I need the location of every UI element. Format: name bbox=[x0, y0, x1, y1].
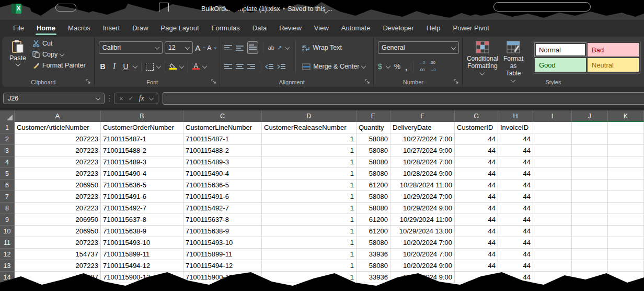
cell-K10[interactable] bbox=[608, 226, 644, 237]
cell-C5[interactable]: 7100115490-4 bbox=[183, 168, 262, 180]
cell-F8[interactable]: 10/29/2024 9:00 bbox=[390, 203, 455, 214]
cell-E10[interactable]: 61200 bbox=[356, 226, 390, 237]
cell-F14[interactable]: 10/20/2024 9:00 bbox=[390, 272, 455, 283]
cell-K7[interactable] bbox=[608, 191, 644, 203]
cell-B8[interactable]: 7100115492-7 bbox=[101, 203, 183, 214]
bold-button[interactable]: B bbox=[99, 62, 107, 71]
cell-J11[interactable] bbox=[572, 237, 608, 249]
cell-E5[interactable]: 58080 bbox=[356, 168, 390, 180]
search-box-fragment[interactable] bbox=[493, 2, 591, 12]
borders-button[interactable] bbox=[146, 63, 154, 71]
cell-F4[interactable]: 10/28/2024 7:00 bbox=[390, 156, 455, 168]
tab-help[interactable]: Help bbox=[421, 21, 446, 35]
column-header-H[interactable]: H bbox=[498, 110, 533, 122]
cell-D6[interactable]: 1 bbox=[262, 180, 356, 191]
cell-K14[interactable] bbox=[608, 272, 644, 283]
cell-F5[interactable]: 10/28/2024 9:00 bbox=[390, 168, 455, 180]
cell-K11[interactable] bbox=[608, 237, 644, 249]
cell-J5[interactable] bbox=[572, 168, 608, 180]
cell-D14[interactable]: 1 bbox=[262, 272, 356, 283]
cell-J7[interactable] bbox=[572, 191, 608, 203]
tab-draw[interactable]: Draw bbox=[126, 21, 154, 35]
cell-E2[interactable]: 58080 bbox=[356, 133, 390, 145]
cell-J4[interactable] bbox=[572, 156, 608, 168]
cell-E1[interactable]: Quantity bbox=[356, 122, 390, 133]
cell-C11[interactable]: 7100115493-10 bbox=[183, 237, 262, 249]
cell-A11[interactable]: 207223 bbox=[15, 237, 101, 249]
font-dialog-launcher-icon[interactable] bbox=[211, 79, 216, 84]
cell-I3[interactable] bbox=[533, 145, 572, 156]
conditional-formatting-button[interactable]: ConditionalFormatting bbox=[467, 41, 498, 77]
cell-F2[interactable]: 10/27/2024 7:00 bbox=[390, 133, 455, 145]
cell-K4[interactable] bbox=[608, 156, 644, 168]
excel-app-icon[interactable]: X bbox=[12, 4, 21, 14]
row-header-5[interactable]: 5 bbox=[0, 168, 15, 180]
column-header-I[interactable]: I bbox=[533, 110, 572, 122]
cell-A7[interactable]: 207223 bbox=[15, 191, 101, 203]
borders-chevron-icon[interactable] bbox=[156, 63, 161, 69]
font-size-combobox[interactable]: 12 bbox=[165, 41, 193, 54]
cell-D5[interactable]: 1 bbox=[262, 168, 356, 180]
cell-A1[interactable]: CustomerArticleNumber bbox=[15, 122, 101, 133]
cell-I13[interactable] bbox=[533, 260, 572, 272]
cell-I14[interactable] bbox=[533, 272, 572, 283]
tab-formulas[interactable]: Formulas bbox=[206, 21, 246, 35]
cell-J3[interactable] bbox=[572, 145, 608, 156]
decrease-font-size-button[interactable]: Av bbox=[207, 44, 216, 52]
cell-C13[interactable]: 7100115494-12 bbox=[183, 260, 262, 272]
cell-E11[interactable]: 58080 bbox=[356, 237, 390, 249]
cell-J12[interactable] bbox=[572, 249, 608, 260]
cell-G10[interactable]: 44 bbox=[455, 226, 498, 237]
cell-C12[interactable]: 7100115899-11 bbox=[183, 249, 262, 260]
row-header-6[interactable]: 6 bbox=[0, 180, 15, 191]
cell-C10[interactable]: 7100115638-9 bbox=[183, 226, 262, 237]
cell-B12[interactable]: 7100115899-11 bbox=[101, 249, 183, 260]
cell-C1[interactable]: CustomerLineNumber bbox=[183, 122, 262, 133]
fill-color-button[interactable] bbox=[169, 63, 177, 70]
cell-C6[interactable]: 7100115636-5 bbox=[183, 180, 262, 191]
cell-F12[interactable]: 10/20/2024 7:00 bbox=[390, 249, 455, 260]
clipboard-dialog-launcher-icon[interactable] bbox=[86, 79, 91, 84]
align-bottom-button-selected[interactable] bbox=[247, 41, 258, 54]
cell-C7[interactable]: 7100115491-6 bbox=[183, 191, 262, 203]
font-name-combobox[interactable]: Calibri bbox=[99, 41, 163, 54]
tab-review[interactable]: Review bbox=[273, 21, 307, 35]
cell-B11[interactable]: 7100115493-10 bbox=[101, 237, 183, 249]
row-header-7[interactable]: 7 bbox=[0, 191, 15, 203]
cell-F11[interactable]: 10/20/2024 7:00 bbox=[390, 237, 455, 249]
cell-I11[interactable] bbox=[533, 237, 572, 249]
cell-H5[interactable]: 44 bbox=[498, 168, 533, 180]
cell-I1[interactable] bbox=[533, 122, 572, 133]
cell-D3[interactable]: 1 bbox=[262, 145, 356, 156]
cell-A14[interactable]: 154737 bbox=[15, 272, 101, 283]
cell-F7[interactable]: 10/29/2024 7:00 bbox=[390, 191, 455, 203]
cell-B2[interactable]: 7100115487-1 bbox=[101, 133, 183, 145]
cell-K2[interactable] bbox=[608, 133, 644, 145]
enter-icon[interactable]: ✓ bbox=[129, 95, 134, 102]
cell-G3[interactable]: 44 bbox=[455, 145, 498, 156]
cell-J6[interactable] bbox=[572, 180, 608, 191]
cell-C8[interactable]: 7100115492-7 bbox=[183, 203, 262, 214]
cell-D9[interactable]: 1 bbox=[262, 214, 356, 226]
cell-J9[interactable] bbox=[572, 214, 608, 226]
cell-E4[interactable]: 58080 bbox=[356, 156, 390, 168]
autosave-toggle-fragment[interactable] bbox=[55, 4, 76, 12]
cell-G13[interactable]: 44 bbox=[455, 260, 498, 272]
row-header-12[interactable]: 12 bbox=[0, 249, 15, 260]
merge-center-button[interactable]: Merge & Center bbox=[302, 59, 365, 74]
cell-A9[interactable]: 206950 bbox=[15, 214, 101, 226]
cell-K9[interactable] bbox=[608, 214, 644, 226]
cell-B10[interactable]: 7100115638-9 bbox=[101, 226, 183, 237]
cell-K8[interactable] bbox=[608, 203, 644, 214]
cell-E6[interactable]: 61200 bbox=[356, 180, 390, 191]
cell-I12[interactable] bbox=[533, 249, 572, 260]
comma-format-button[interactable]: , bbox=[405, 64, 408, 69]
cell-K5[interactable] bbox=[608, 168, 644, 180]
cell-E13[interactable]: 58080 bbox=[356, 260, 390, 272]
cell-H13[interactable]: 44 bbox=[498, 260, 533, 272]
row-header-13[interactable]: 13 bbox=[0, 260, 15, 272]
cell-A10[interactable]: 206950 bbox=[15, 226, 101, 237]
align-center-icon[interactable] bbox=[236, 63, 244, 70]
orientation-chevron-icon[interactable] bbox=[285, 44, 290, 50]
tab-file[interactable]: File bbox=[7, 21, 30, 35]
